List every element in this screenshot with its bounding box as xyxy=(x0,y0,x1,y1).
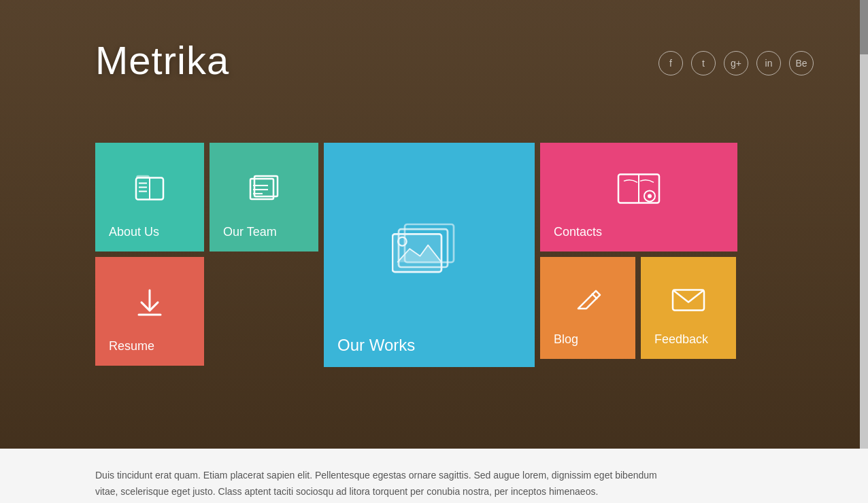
social-icons-container: f t g+ in Be xyxy=(658,51,814,75)
tiles-container: About Us Resume xyxy=(95,143,737,367)
map-icon xyxy=(617,170,661,215)
google-plus-icon[interactable]: g+ xyxy=(724,51,748,75)
our-works-label: Our Works xyxy=(337,336,415,355)
blog-label: Blog xyxy=(554,332,578,347)
pencil-icon xyxy=(573,284,603,321)
scrollbar-thumb[interactable] xyxy=(860,0,868,54)
hero-section: Metrika f t g+ in Be Abou xyxy=(0,0,868,449)
svg-point-18 xyxy=(648,194,652,198)
bottom-right-row: Blog Feedback xyxy=(540,257,737,359)
book-icon xyxy=(133,175,166,209)
left-column: About Us Resume xyxy=(95,143,204,366)
scrollbar[interactable] xyxy=(860,0,868,449)
feedback-label: Feedback xyxy=(654,332,708,347)
our-team-label: Our Team xyxy=(223,225,277,239)
images-icon xyxy=(392,218,467,279)
resume-tile[interactable]: Resume xyxy=(95,257,204,366)
facebook-icon[interactable]: f xyxy=(658,51,683,75)
linkedin-icon[interactable]: in xyxy=(756,51,781,75)
files-icon xyxy=(248,173,280,210)
feedback-tile[interactable]: Feedback xyxy=(641,257,736,359)
blog-tile[interactable]: Blog xyxy=(540,257,635,359)
contacts-tile[interactable]: Contacts xyxy=(540,143,737,252)
behance-icon[interactable]: Be xyxy=(789,51,814,75)
svg-line-19 xyxy=(592,294,597,299)
footer-section: Duis tincidunt erat quam. Etiam placerat… xyxy=(0,449,868,503)
envelope-icon xyxy=(671,286,705,320)
contacts-label: Contacts xyxy=(554,225,602,239)
our-team-tile[interactable]: Our Team xyxy=(210,143,318,252)
right-column: Contacts Blog xyxy=(540,143,737,359)
our-works-tile[interactable]: Our Works xyxy=(324,143,535,367)
center-column: Our Works xyxy=(324,143,535,367)
about-us-tile[interactable]: About Us xyxy=(95,143,204,252)
site-title: Metrika xyxy=(95,37,229,83)
second-column: Our Team xyxy=(210,143,318,366)
about-us-label: About Us xyxy=(109,225,159,239)
footer-text: Duis tincidunt erat quam. Etiam placerat… xyxy=(95,468,680,500)
resume-label: Resume xyxy=(109,339,154,353)
download-icon xyxy=(135,288,165,324)
twitter-icon[interactable]: t xyxy=(691,51,716,75)
